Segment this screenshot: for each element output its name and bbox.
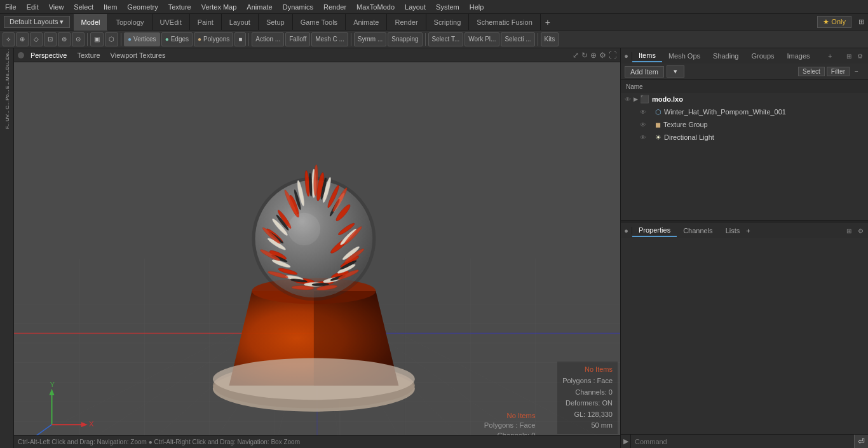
sidebar-f[interactable]: F... — [1, 121, 13, 130]
action-btn[interactable]: Action ... — [252, 32, 284, 46]
layout-tab-layout[interactable]: Layout — [222, 14, 259, 31]
tab-lists[interactable]: Lists — [719, 225, 747, 236]
layout-tab-paint[interactable]: Paint — [190, 14, 222, 31]
menu-select[interactable]: Select — [69, 2, 98, 12]
maximize-button[interactable]: ⊞ — [854, 15, 868, 29]
menu-file[interactable]: File — [0, 2, 22, 12]
tab-groups[interactable]: Groups — [745, 50, 780, 62]
edges-btn[interactable]: ●Edges — [161, 32, 193, 46]
sidebar-uv[interactable]: UV... — [1, 111, 13, 120]
items-minus-button[interactable]: − — [851, 67, 862, 77]
items-panel-toggle[interactable]: ● — [621, 52, 632, 60]
viewport-canvas[interactable]: X Y Z No Items Polygons : Face Channels:… — [14, 62, 620, 448]
props-panel-toggle[interactable]: ● — [621, 227, 632, 234]
tree-item-dir-light[interactable]: 👁 ▶ ☀ Directional Light — [621, 131, 868, 144]
tab-channels[interactable]: Channels — [677, 225, 719, 236]
layout-tab-uvedit[interactable]: UVEdit — [153, 14, 190, 31]
mesh-component-btn[interactable]: Mesh C ... — [311, 32, 348, 46]
sidebar-c[interactable]: C... — [1, 101, 13, 110]
items-select-button[interactable]: Select — [798, 67, 825, 76]
tree-item-modo-lxo[interactable]: 👁 ▶ ⬛ modo.lxo — [621, 93, 868, 105]
layout-tab-render[interactable]: Render — [387, 14, 426, 31]
viewport-settings-icon[interactable]: ⚙ — [599, 51, 606, 60]
menu-maxtomodo[interactable]: MaxToModo — [351, 2, 400, 12]
add-item-dropdown-arrow[interactable]: ▾ — [667, 65, 684, 78]
sidebar-em[interactable]: E... — [1, 81, 13, 90]
menu-layout[interactable]: Layout — [400, 2, 431, 12]
menu-dynamics[interactable]: Dynamics — [278, 2, 318, 12]
menu-vertex-map[interactable]: Vertex Map — [196, 2, 242, 12]
lasso-btn[interactable]: ◇ — [30, 32, 43, 46]
add-item-button[interactable]: Add Item — [625, 66, 664, 78]
menu-geometry[interactable]: Geometry — [122, 2, 163, 12]
items-tabs-plus[interactable]: + — [824, 52, 836, 60]
viewport-rotate-icon[interactable]: ↻ — [581, 51, 588, 60]
tab-mesh-ops[interactable]: Mesh Ops — [662, 50, 707, 62]
screen-select-btn[interactable]: ⊕ — [16, 32, 29, 46]
falloff-btn[interactable]: Falloff — [285, 32, 310, 46]
world-select-btn[interactable]: ⟡ — [3, 32, 15, 46]
rect-btn[interactable]: ⊡ — [44, 32, 57, 46]
sidebar-mesh[interactable]: Me... — [1, 71, 13, 79]
sym-btn[interactable]: ⬡ — [105, 32, 118, 46]
command-submit-button[interactable]: ⏎ — [854, 435, 868, 449]
layout-tab-model[interactable]: Model — [74, 14, 109, 31]
eye-icon-modo-lxo[interactable]: 👁 — [623, 95, 632, 104]
command-input[interactable] — [631, 438, 854, 445]
add-layout-button[interactable]: + — [541, 15, 555, 29]
viewport-toggle-circle[interactable] — [18, 52, 24, 58]
symmetry-btn[interactable]: Symm ... — [354, 32, 386, 46]
props-tabs-plus[interactable]: + — [746, 227, 750, 234]
tab-items[interactable]: Items — [632, 50, 662, 62]
paint-btn[interactable]: ⊙ — [72, 32, 85, 46]
viewport-label-viewport-textures[interactable]: Viewport Textures — [107, 51, 170, 59]
viewport-zoom-icon[interactable]: ⊕ — [590, 51, 597, 60]
layout-tab-setup[interactable]: Setup — [259, 14, 293, 31]
selection-btn[interactable]: Selecti ... — [501, 32, 534, 46]
element-btn[interactable]: ⊚ — [58, 32, 71, 46]
tab-images[interactable]: Images — [781, 50, 817, 62]
props-panel-expand[interactable]: ⊞ — [844, 226, 854, 236]
eye-icon-dir-light[interactable]: 👁 — [639, 133, 648, 142]
vertices-btn[interactable]: ●Vertices — [124, 32, 160, 46]
menu-help[interactable]: Help — [465, 2, 489, 12]
sidebar-dup[interactable]: Du... — [1, 60, 13, 69]
layout-tab-schematic[interactable]: Schematic Fusion — [469, 14, 540, 31]
eye-icon-winter-hat[interactable]: 👁 — [639, 107, 648, 116]
menu-render[interactable]: Render — [318, 2, 351, 12]
layout-tab-animate[interactable]: Animate — [346, 14, 387, 31]
viewport-label-texture[interactable]: Texture — [73, 51, 104, 59]
expand-arrow-modo-lxo[interactable]: ▶ — [634, 96, 640, 102]
viewport-fullscreen-icon[interactable]: ⛶ — [609, 51, 616, 60]
items-mode-btn[interactable]: ■ — [234, 32, 246, 46]
props-panel-settings[interactable]: ⚙ — [855, 226, 865, 236]
items-panel-settings[interactable]: ⚙ — [855, 51, 865, 61]
menu-view[interactable]: View — [44, 2, 69, 12]
sidebar-toggle[interactable]: De... — [1, 50, 13, 59]
tree-item-winter-hat[interactable]: 👁 ▶ ⬡ Winter_Hat_With_Pompom_White_001 — [621, 105, 868, 118]
menu-system[interactable]: System — [431, 2, 465, 12]
work-plane-btn[interactable]: Work Pl... — [465, 32, 499, 46]
tree-item-texture-group[interactable]: 👁 ▶ ◼ Texture Group — [621, 118, 868, 131]
star-only-filter[interactable]: ★ Only — [817, 16, 851, 28]
kits-btn[interactable]: Kits — [541, 32, 559, 46]
viewport-nav-icon[interactable]: ⤢ — [573, 51, 579, 60]
sidebar-pol[interactable]: Po... — [1, 91, 13, 100]
eye-icon-texture-group[interactable]: 👁 — [639, 120, 648, 129]
snapping-btn[interactable]: Snapping — [388, 32, 422, 46]
layout-tab-scripting[interactable]: Scripting — [426, 14, 470, 31]
viewport-label-perspective[interactable]: Perspective — [27, 51, 71, 59]
menu-texture[interactable]: Texture — [163, 2, 196, 12]
menu-edit[interactable]: Edit — [22, 2, 44, 12]
cage-btn[interactable]: ▣ — [90, 32, 104, 46]
items-panel-expand[interactable]: ⊞ — [844, 51, 854, 61]
menu-item[interactable]: Item — [98, 2, 122, 12]
tab-properties[interactable]: Properties — [632, 224, 677, 237]
select-tool-btn[interactable]: Select T... — [428, 32, 464, 46]
tab-shading[interactable]: Shading — [707, 50, 745, 62]
menu-animate[interactable]: Animate — [241, 2, 277, 12]
polygons-btn[interactable]: ●Polygons — [194, 32, 233, 46]
default-layouts-dropdown[interactable]: Default Layouts ▾ — [4, 16, 70, 28]
items-filter-button[interactable]: Filter — [827, 67, 850, 76]
layout-tab-gametools[interactable]: Game Tools — [293, 14, 346, 31]
